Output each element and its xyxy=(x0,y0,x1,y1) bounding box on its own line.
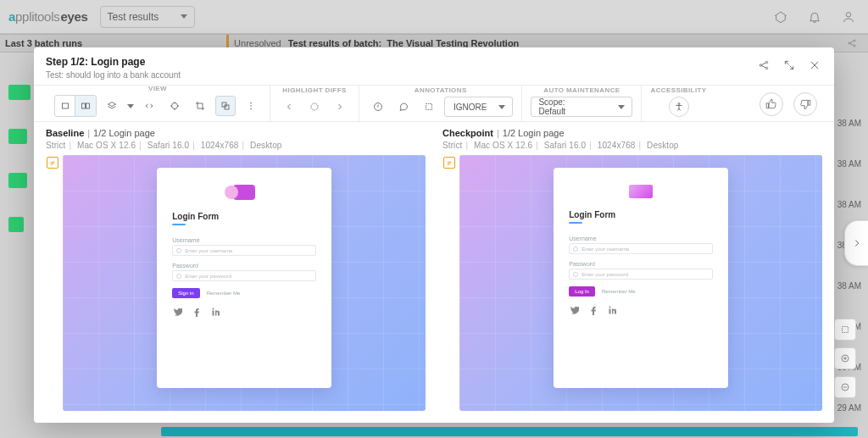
twitter-icon xyxy=(172,307,180,314)
share-icon[interactable] xyxy=(756,58,771,73)
svg-rect-14 xyxy=(222,103,226,107)
single-view-button[interactable] xyxy=(55,96,75,116)
group-label-accessibility: ACCESSIBILITY xyxy=(650,86,706,94)
svg-rect-12 xyxy=(86,103,90,108)
svg-point-24 xyxy=(213,308,214,310)
diff-badge[interactable]: ≠ xyxy=(47,157,58,169)
modal-subtitle: Test: should log into a bank account xyxy=(46,70,756,80)
svg-point-26 xyxy=(609,307,611,308)
svg-rect-10 xyxy=(62,103,68,108)
accessibility-button[interactable] xyxy=(669,97,689,117)
svg-point-8 xyxy=(765,61,767,63)
modal-title: Step 1/2: Login page xyxy=(46,56,756,68)
svg-point-22 xyxy=(678,103,680,105)
footer-banner xyxy=(161,427,858,436)
diff-indicator-button[interactable] xyxy=(304,97,325,117)
more-button[interactable] xyxy=(241,96,261,116)
copy-regions-button[interactable] xyxy=(215,96,236,116)
svg-point-18 xyxy=(250,108,252,110)
svg-rect-4 xyxy=(843,327,849,333)
svg-point-19 xyxy=(311,103,318,110)
chevron-down-icon[interactable] xyxy=(127,104,134,108)
facebook-icon xyxy=(192,307,199,314)
baseline-screenshot[interactable]: Login Form Username Enter your username … xyxy=(63,155,426,411)
chevron-down-icon xyxy=(618,105,625,109)
linkedin-icon xyxy=(608,305,615,313)
twitter-icon xyxy=(569,305,576,313)
checkpoint-pane: Checkpoint|1/2 Login page Strict| Mac OS… xyxy=(442,127,822,411)
toolbar: VIEW HIGHLIGHT DIFFS xyxy=(34,85,834,122)
svg-point-17 xyxy=(250,105,252,107)
password-field: Enter your password xyxy=(569,269,712,280)
signin-button: Sign in xyxy=(172,288,199,298)
region-button[interactable] xyxy=(419,97,439,117)
remark-button[interactable] xyxy=(393,97,414,117)
linkedin-icon xyxy=(211,307,219,314)
svg-rect-25 xyxy=(609,309,611,314)
group-label-highlight: HIGHLIGHT DIFFS xyxy=(282,86,346,94)
svg-rect-23 xyxy=(213,311,214,316)
group-label-annotations: ANNOTATIONS xyxy=(415,86,467,94)
thumbs-up-button[interactable] xyxy=(760,92,783,116)
side-by-side-button[interactable] xyxy=(75,96,96,116)
code-button[interactable] xyxy=(139,96,159,116)
app-logo-icon xyxy=(233,185,255,200)
svg-point-7 xyxy=(760,64,761,66)
close-icon[interactable] xyxy=(807,58,822,73)
checkpoint-screenshot[interactable]: Login Form Username Enter your username … xyxy=(459,155,822,411)
baseline-pane: Baseline|1/2 Login page Strict| Mac OS X… xyxy=(46,127,426,411)
step-viewer-modal: Step 1/2: Login page Test: should log in… xyxy=(34,47,834,423)
svg-point-13 xyxy=(172,103,178,109)
chevron-down-icon xyxy=(498,105,505,109)
svg-point-16 xyxy=(250,103,252,104)
facebook-icon xyxy=(588,305,596,313)
expand-icon[interactable] xyxy=(782,58,797,73)
layers-button[interactable] xyxy=(102,96,122,116)
username-field: Enter your username xyxy=(569,243,712,254)
issue-button[interactable] xyxy=(368,97,388,117)
group-label-view: VIEW xyxy=(148,85,167,92)
zoom-in-button[interactable] xyxy=(834,347,856,369)
next-step-button[interactable] xyxy=(844,220,868,266)
thumbs-down-button[interactable] xyxy=(793,92,817,116)
zoom-out-button[interactable] xyxy=(834,376,856,398)
target-button[interactable] xyxy=(164,96,185,116)
svg-point-9 xyxy=(765,67,767,69)
app-logo-icon xyxy=(629,185,653,198)
login-button: Log In xyxy=(569,286,595,297)
password-field: Enter your password xyxy=(172,270,315,281)
prev-diff-button[interactable] xyxy=(279,97,299,117)
svg-rect-15 xyxy=(225,105,229,109)
username-field: Enter your username xyxy=(172,245,315,256)
crop-button[interactable] xyxy=(190,96,210,116)
group-label-auto: AUTO MAINTENANCE xyxy=(543,86,620,94)
batch-thumbnails xyxy=(8,85,31,232)
next-diff-button[interactable] xyxy=(330,97,350,117)
svg-rect-11 xyxy=(82,103,86,108)
scope-select[interactable]: Scope: Default xyxy=(531,97,632,117)
fit-button[interactable] xyxy=(834,319,856,341)
ignore-dropdown[interactable]: IGNORE xyxy=(444,97,513,117)
diff-badge[interactable]: ≠ xyxy=(443,157,455,169)
svg-rect-21 xyxy=(426,104,432,110)
